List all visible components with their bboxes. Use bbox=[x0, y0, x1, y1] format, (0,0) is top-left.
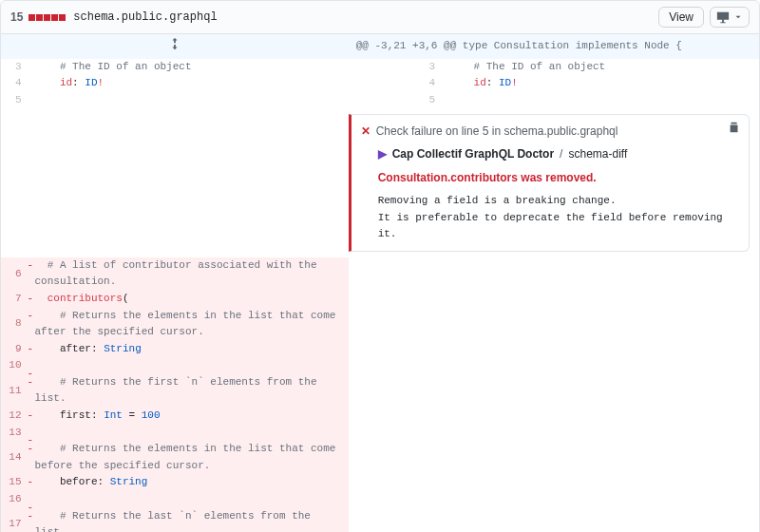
annotation-check-name: schema-diff bbox=[568, 145, 627, 163]
code-cell-left: - after: String bbox=[29, 341, 349, 358]
line-number-left[interactable]: 7 bbox=[1, 291, 29, 308]
code-cell-left: - # Returns the first `n` elements from … bbox=[29, 374, 349, 408]
diff-row: 13 - bbox=[1, 425, 760, 442]
line-number-left[interactable]: 15 bbox=[1, 474, 29, 491]
line-number-left[interactable]: 5 bbox=[1, 92, 29, 109]
check-annotation: ✕ Check failure on line 5 in schema.publ… bbox=[349, 114, 750, 251]
line-number-right[interactable]: 5 bbox=[349, 92, 444, 109]
diff-row: 3 # The ID of an object 3 # The ID of an… bbox=[1, 59, 760, 76]
diff-stat-blocks bbox=[28, 14, 66, 21]
code-cell-left: - first: Int = 100 bbox=[29, 408, 349, 425]
code-cell-left: - bbox=[29, 491, 349, 508]
monitor-icon bbox=[716, 10, 730, 24]
line-number-left[interactable]: 6 bbox=[1, 257, 29, 291]
diff-row: 5 5 bbox=[1, 92, 760, 109]
copy-icon bbox=[728, 121, 741, 134]
annotation-title: Consultation.contributors was removed. bbox=[361, 169, 739, 187]
line-number-left[interactable]: 11 bbox=[1, 374, 29, 408]
code-cell-right: id: ID! bbox=[443, 75, 759, 92]
diff-table: @@ -3,21 +3,6 @@ type Consultation imple… bbox=[0, 34, 760, 532]
line-number-left[interactable]: 9 bbox=[1, 341, 29, 358]
line-number-left[interactable]: 17 bbox=[1, 508, 29, 532]
app-logo-icon: ▶ bbox=[378, 145, 387, 163]
diff-row: 8 - # Returns the elements in the list t… bbox=[1, 308, 760, 341]
line-number-left[interactable]: 8 bbox=[1, 308, 29, 341]
code-cell-left: - before: String bbox=[29, 474, 349, 491]
diff-change-count: 15 bbox=[10, 10, 23, 24]
check-annotation-row: ✕ Check failure on line 5 in schema.publ… bbox=[1, 108, 760, 256]
diff-row: 7 - contributors( bbox=[1, 291, 760, 308]
diff-row: 6 - # A list of contributor associated w… bbox=[1, 257, 760, 291]
diff-row: 11 - # Returns the first `n` elements fr… bbox=[1, 374, 760, 408]
diff-row: 15 - before: String bbox=[1, 474, 760, 491]
line-number-left[interactable]: 16 bbox=[1, 491, 29, 508]
hunk-header-row: @@ -3,21 +3,6 @@ type Consultation imple… bbox=[1, 34, 760, 59]
line-number-left[interactable]: 13 bbox=[1, 425, 29, 442]
code-cell-left: id: ID! bbox=[29, 75, 349, 92]
code-cell-left: - # Returns the elements in the list tha… bbox=[29, 308, 349, 341]
unfold-icon bbox=[168, 37, 181, 50]
code-cell-left: - bbox=[29, 357, 349, 374]
diff-row: 10 - bbox=[1, 357, 760, 374]
file-header: 15 schema.public.graphql View bbox=[0, 0, 760, 34]
view-file-button[interactable]: View bbox=[658, 7, 704, 28]
line-number-left[interactable]: 3 bbox=[1, 59, 29, 76]
code-cell-left: - # Returns the elements in the list tha… bbox=[29, 441, 349, 474]
diff-row: 12 - first: Int = 100 bbox=[1, 408, 760, 425]
code-cell-left: - bbox=[29, 425, 349, 442]
annotation-header: Check failure on line 5 in schema.public… bbox=[376, 123, 618, 141]
code-cell-left: - contributors( bbox=[29, 291, 349, 308]
line-number-right[interactable]: 3 bbox=[349, 59, 444, 76]
diff-row: 9 - after: String bbox=[1, 341, 760, 358]
code-cell-left: - # A list of contributor associated wit… bbox=[29, 257, 349, 291]
chevron-down-icon bbox=[733, 12, 743, 22]
x-icon: ✕ bbox=[361, 123, 370, 141]
expand-hunk-button[interactable] bbox=[1, 34, 349, 59]
diff-row: 16 - bbox=[1, 491, 760, 508]
diff-row: 4 id: ID! 4 id: ID! bbox=[1, 75, 760, 92]
line-number-left[interactable]: 14 bbox=[1, 441, 29, 474]
code-cell-left bbox=[29, 92, 349, 109]
diff-row: 14 - # Returns the elements in the list … bbox=[1, 441, 760, 474]
code-cell-right bbox=[443, 92, 759, 109]
code-cell-left: - # Returns the last `n` elements from t… bbox=[29, 508, 349, 532]
display-mode-button[interactable] bbox=[710, 7, 750, 28]
annotation-body: Removing a field is a breaking change. I… bbox=[361, 193, 739, 243]
line-number-left[interactable]: 12 bbox=[1, 408, 29, 425]
annotation-app-name[interactable]: Cap Collectif GraphQL Doctor bbox=[392, 145, 554, 163]
diff-row: 17 - # Returns the last `n` elements fro… bbox=[1, 508, 760, 532]
file-name[interactable]: schema.public.graphql bbox=[73, 10, 217, 24]
line-number-left[interactable]: 10 bbox=[1, 357, 29, 374]
code-cell-right: # The ID of an object bbox=[443, 59, 759, 76]
line-number-right[interactable]: 4 bbox=[349, 75, 444, 92]
dismiss-annotation-button[interactable] bbox=[728, 121, 741, 140]
code-cell-left: # The ID of an object bbox=[29, 59, 349, 76]
hunk-header-text: @@ -3,21 +3,6 @@ type Consultation imple… bbox=[349, 34, 760, 59]
line-number-left[interactable]: 4 bbox=[1, 75, 29, 92]
